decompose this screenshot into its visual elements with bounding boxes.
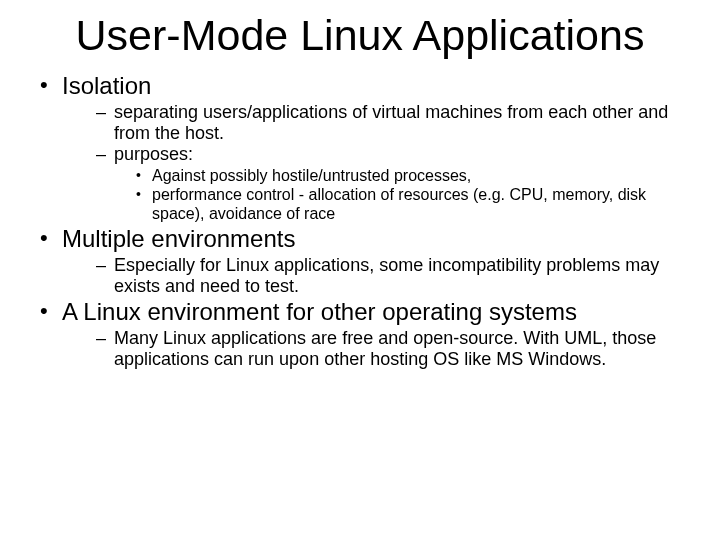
list-item: performance control - allocation of reso… <box>136 186 690 223</box>
list-item: purposes: Against possibly hostile/untru… <box>96 144 690 223</box>
list-item: Against possibly hostile/untrusted proce… <box>136 167 690 185</box>
bullet-list-level2: Many Linux applications are free and ope… <box>62 328 690 369</box>
list-item: Especially for Linux applications, some … <box>96 255 690 296</box>
list-item-text: Multiple environments <box>62 225 295 252</box>
list-item-text: separating users/applications of virtual… <box>114 102 668 143</box>
bullet-list-level1: Isolation separating users/applications … <box>30 72 690 369</box>
list-item-text: Especially for Linux applications, some … <box>114 255 659 296</box>
list-item-text: performance control - allocation of reso… <box>152 186 646 221</box>
list-item: separating users/applications of virtual… <box>96 102 690 143</box>
slide: User-Mode Linux Applications Isolation s… <box>0 0 720 540</box>
list-item: Multiple environments Especially for Lin… <box>36 225 690 296</box>
bullet-list-level2: separating users/applications of virtual… <box>62 102 690 223</box>
list-item-text: A Linux environment for other operating … <box>62 298 577 325</box>
list-item-text: Against possibly hostile/untrusted proce… <box>152 167 471 184</box>
list-item-text: purposes: <box>114 144 193 164</box>
bullet-list-level3: Against possibly hostile/untrusted proce… <box>114 167 690 223</box>
bullet-list-level2: Especially for Linux applications, some … <box>62 255 690 296</box>
list-item: Isolation separating users/applications … <box>36 72 690 223</box>
slide-title: User-Mode Linux Applications <box>30 12 690 58</box>
list-item: Many Linux applications are free and ope… <box>96 328 690 369</box>
list-item-text: Many Linux applications are free and ope… <box>114 328 656 369</box>
list-item-text: Isolation <box>62 72 151 99</box>
list-item: A Linux environment for other operating … <box>36 298 690 369</box>
